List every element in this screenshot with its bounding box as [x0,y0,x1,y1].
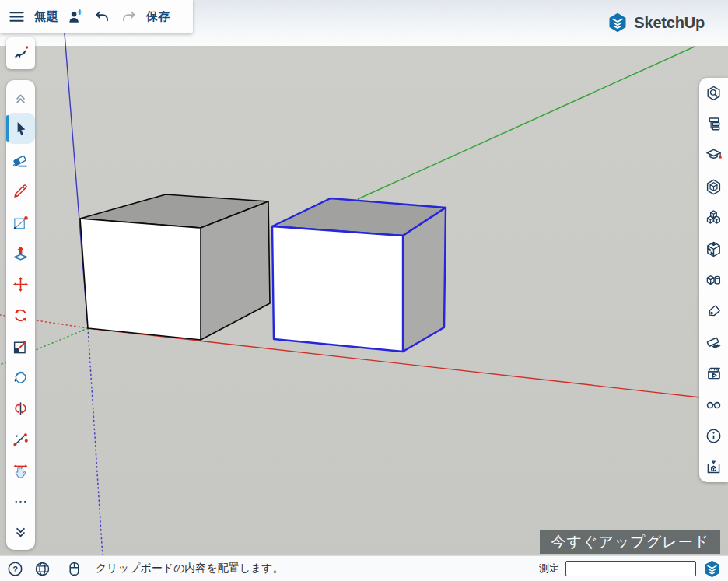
soften-edges-panel-button[interactable] [699,327,728,358]
views-box-icon [705,458,723,476]
redo-arrow-icon [120,8,138,26]
rotate-arrows-icon [12,306,30,324]
brand: SketchUp [607,12,705,33]
document-title[interactable]: 無題 [34,9,58,24]
pan-tool-button[interactable] [6,455,35,486]
sketchup-web-app: SketchUp 無題 保存 [0,0,728,581]
help-button[interactable]: ? [6,560,24,578]
live-components-panel-button[interactable] [699,171,728,202]
eraser-tool-button[interactable] [6,144,35,175]
select-tool-button[interactable] [6,113,35,144]
scenes-panel-button[interactable] [699,358,728,389]
outliner-tree-icon [705,116,723,134]
hamburger-menu-icon [8,8,26,26]
components-panel-button[interactable] [699,202,728,233]
scale-icon [12,338,30,355]
hexagon-magnifier-icon [705,85,723,103]
rectangle-tool-button[interactable] [6,206,35,237]
push-pull-tool-button[interactable] [6,237,35,268]
model-info-panel-button[interactable] [699,420,728,451]
push-pull-icon [12,244,30,262]
right-toolbar [699,78,728,482]
glasses-icon [705,396,723,414]
paint-bucket-icon [12,369,30,387]
display-panel-button[interactable] [699,389,728,420]
upgrade-button[interactable]: 今すぐアップグレード [540,530,720,554]
svg-text:?: ? [12,564,18,573]
tape-measure-icon [12,431,30,449]
save-button[interactable]: 保存 [146,9,170,24]
main-menu-button[interactable] [8,8,26,26]
box-1[interactable] [80,194,270,340]
tape-measure-tool-button[interactable] [6,424,35,455]
ellipsis-icon [12,494,29,510]
tag-icon [705,303,723,320]
top-bar: 無題 保存 [0,0,193,33]
line-tool-button[interactable] [6,175,35,206]
eraser-icon [12,151,30,169]
instructor-panel-button[interactable] [699,140,728,171]
scale-tool-button[interactable] [6,331,35,362]
measurement-label: 測定 [539,562,559,576]
sketchup-cube-logo [702,559,722,579]
pan-hand-icon [12,462,30,480]
globe-icon [33,560,51,578]
materials-panel-button[interactable] [699,233,728,264]
status-bar: ? クリップボードの内容を配置します。 測定 [0,555,728,581]
expand-toolbar-button[interactable] [6,517,35,548]
green-axis [358,47,695,199]
flip-tool-button[interactable] [6,393,35,424]
styles-panel-button[interactable] [699,264,728,296]
more-tools-button[interactable] [6,486,35,517]
3d-viewport[interactable] [0,0,728,581]
blue-axis-dotted [88,328,104,581]
measurement-input[interactable] [565,561,696,576]
three-cubes-icon [705,209,723,227]
chevrons-up-icon [12,89,29,106]
info-circle-icon [705,427,723,445]
undo-arrow-icon [93,8,111,26]
language-button[interactable] [33,560,51,578]
hexagon-cube-icon [705,178,723,196]
rotate-tool-button[interactable] [6,299,35,331]
redo-button[interactable] [120,8,138,26]
leaping-mascot-icon [12,44,30,62]
outliner-panel-button[interactable] [699,109,728,140]
cube-cylinder-icon [705,271,723,289]
mouse-icon [65,560,83,578]
status-message: クリップボードの内容を配置します。 [96,562,284,576]
undo-button[interactable] [93,8,111,26]
graduation-cap-icon [705,147,723,165]
flip-icon [12,400,30,418]
measurement-box: 測定 [539,559,722,579]
box-1-front-face[interactable] [80,219,201,340]
tags-panel-button[interactable] [699,296,728,327]
paint-bucket-tool-button[interactable] [6,362,35,393]
sketchup-cube-logo [607,12,628,33]
collapse-toolbar-button[interactable] [6,82,35,113]
move-tool-button[interactable] [6,268,35,299]
box-2[interactable] [272,198,446,352]
share-button[interactable] [67,8,85,26]
chevrons-down-icon [12,525,29,541]
pencil-icon [12,182,30,200]
soften-eraser-icon [705,334,723,352]
clapperboard-icon [705,365,723,383]
left-toolbar [6,80,35,550]
mouse-status-button[interactable] [65,560,83,578]
search-panel-button[interactable] [699,78,728,109]
checkered-cube-icon [705,240,723,258]
brand-name: SketchUp [634,14,705,32]
add-person-icon [67,8,85,26]
move-arrows-icon [12,275,30,293]
mascot-button[interactable] [6,37,35,69]
help-circle-icon: ? [6,560,24,578]
rectangle-tool-icon [12,213,30,231]
select-cursor-icon [12,120,30,138]
box-2-front-face[interactable] [272,226,403,352]
views-panel-button[interactable] [699,451,728,482]
